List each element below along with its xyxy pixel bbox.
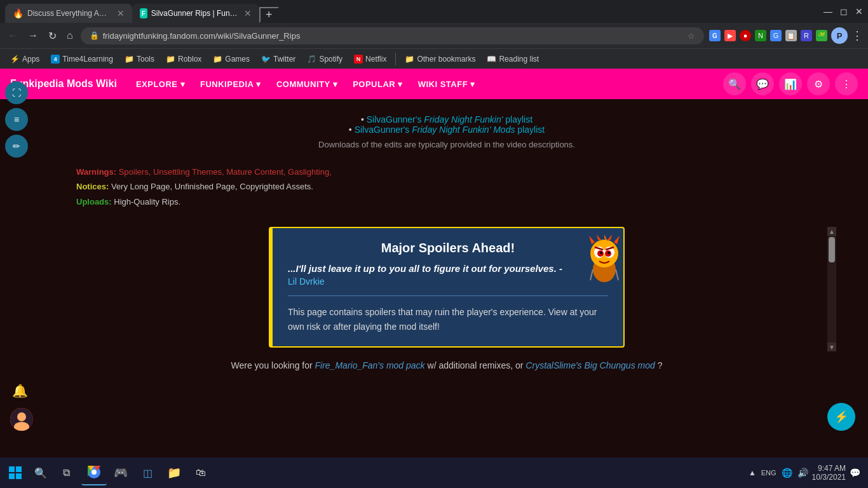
warnings-line: Warnings: Spoilers, Unsettling Themes, M…: [76, 165, 817, 179]
bookmark-reading[interactable]: 📖 Reading list: [482, 53, 544, 65]
browser-tab-2[interactable]: F SilvaGunner Rips | Funkipedia M... ✕: [132, 4, 259, 23]
taskbar-clock[interactable]: 9:47 AM 10/3/2021: [812, 464, 846, 482]
spoiler-author[interactable]: Lil Dvrkie: [288, 276, 608, 287]
bookmark-time4learning[interactable]: 4 Time4Learning: [46, 53, 118, 65]
bookmark-tools[interactable]: 📁 Tools: [119, 53, 159, 65]
bookmark-games[interactable]: 📁 Games: [208, 53, 255, 65]
svg-point-12: [607, 252, 610, 254]
bell-icon: 🔔: [12, 383, 28, 398]
network-icon[interactable]: 🌐: [782, 468, 792, 478]
notification-center-icon[interactable]: 💬: [850, 468, 860, 478]
roblox-favicon: 📁: [166, 55, 175, 64]
taskbar-roblox-app[interactable]: 🎮: [108, 460, 133, 485]
browser-tab-1[interactable]: 🔥 Discuss Everything About Comm... ✕: [5, 4, 132, 23]
bookmark-netflix[interactable]: N Netflix: [349, 53, 391, 65]
taskbar-files-app[interactable]: 📁: [161, 460, 187, 485]
nav-popular[interactable]: POPULAR ▾: [346, 74, 409, 94]
ext-icon-8[interactable]: 🧩: [816, 30, 827, 41]
wiki-search-button[interactable]: 🔍: [723, 72, 746, 95]
volume-icon[interactable]: 🔊: [797, 468, 808, 478]
bookmark-spotify[interactable]: 🎵 Spotify: [302, 53, 348, 65]
back-button[interactable]: ←: [5, 27, 20, 44]
wiki-settings-button[interactable]: ⚙: [807, 72, 830, 95]
scrollbar-track: ▲ ▼: [827, 227, 836, 351]
browser-menu-button[interactable]: ⋮: [851, 29, 863, 43]
tab2-close[interactable]: ✕: [244, 8, 252, 18]
scroll-up-button[interactable]: ▲: [827, 227, 836, 236]
svg-line-15: [590, 269, 593, 280]
profile-icon[interactable]: P: [831, 27, 848, 44]
ext-icon-4[interactable]: N: [755, 30, 766, 41]
uploads-label: Uploads:: [76, 197, 112, 207]
playlist-item-2: • SilvaGunner's Friday Night Funkin' Mod…: [76, 125, 817, 135]
notification-button[interactable]: 🔔: [10, 381, 29, 400]
playlist-section: • SilvaGunner's Friday Night Funkin' pla…: [76, 109, 817, 159]
taskbar-widgets-app[interactable]: ◫: [135, 460, 160, 485]
left-sidebar: ⛶ ≡ ✏: [0, 76, 33, 163]
disam-link-2[interactable]: CrystalSlime's Big Chungus mod: [526, 360, 654, 370]
bookmark-apps[interactable]: ⚡ Apps: [5, 53, 44, 65]
taskbar-search-button[interactable]: 🔍: [28, 460, 53, 485]
language-icon[interactable]: ENG: [761, 469, 776, 477]
wiki-staff-label: WIKI STAFF: [418, 79, 468, 89]
forward-button[interactable]: →: [25, 27, 41, 44]
bullet-1: •: [361, 114, 367, 125]
notices-text: Very Long Page, Unfinished Page, Copyrig…: [111, 182, 313, 191]
sidebar-edit-button[interactable]: ✏: [5, 135, 28, 158]
ext-icon-3[interactable]: ●: [740, 30, 751, 41]
chevron-up-icon[interactable]: ▲: [749, 468, 756, 477]
taskbar-chrome-app[interactable]: [81, 460, 107, 485]
ext-icon-6[interactable]: 📋: [785, 30, 797, 41]
tab1-close[interactable]: ✕: [117, 8, 125, 18]
home-button[interactable]: ⌂: [64, 27, 76, 44]
nav-wiki-staff[interactable]: WIKI STAFF ▾: [412, 74, 482, 94]
warnings-text: Spoilers, Unsettling Themes, Mature Cont…: [119, 167, 332, 177]
new-tab-button[interactable]: +: [259, 7, 279, 23]
avatar-image: [10, 408, 33, 431]
tab2-favicon: F: [140, 8, 147, 18]
wiki-analytics-button[interactable]: 📊: [779, 72, 802, 95]
bookmark-other[interactable]: 📁 Other bookmarks: [400, 53, 480, 65]
minimize-button[interactable]: —: [824, 6, 832, 17]
sidebar-toc-button[interactable]: ≡: [5, 108, 28, 131]
wiki-nav-right: 🔍 💬 📊 ⚙ ⋮: [723, 72, 858, 95]
taskbar-time-display: 9:47 AM: [812, 464, 846, 473]
playlist-link-1[interactable]: SilvaGunner's Friday Night Funkin' playl…: [367, 114, 532, 125]
nav-funkipedia[interactable]: FUNKIPEDIA ▾: [194, 74, 268, 94]
other-label: Other bookmarks: [417, 55, 475, 64]
scroll-thumb[interactable]: [829, 237, 835, 262]
fandom-widget-button[interactable]: ⚡: [827, 403, 855, 431]
start-button[interactable]: [3, 460, 28, 485]
system-tray-icons: ▲ ENG 🌐 🔊: [749, 468, 808, 478]
taskbar-task-view-button[interactable]: ⧉: [53, 460, 79, 485]
ext-icon-2[interactable]: ▶: [724, 30, 736, 41]
spoiler-container: Major Spoilers Ahead! ...I'll just leave…: [76, 227, 817, 348]
sidebar-expand-button[interactable]: ⛶: [5, 81, 28, 104]
close-button[interactable]: ✕: [855, 6, 863, 17]
wiki-chat-button[interactable]: 💬: [751, 72, 774, 95]
restore-button[interactable]: ◻: [840, 6, 848, 17]
netflix-favicon: N: [354, 55, 363, 64]
ext-icon-7[interactable]: R: [801, 30, 812, 41]
refresh-button[interactable]: ↻: [46, 27, 59, 44]
user-avatar[interactable]: [10, 408, 33, 431]
netflix-label: Netflix: [365, 55, 386, 64]
address-text: fridaynightfunking.fandom.com/wiki/Silva…: [103, 31, 301, 41]
address-input[interactable]: 🔒 fridaynightfunking.fandom.com/wiki/Sil…: [81, 27, 704, 44]
bookmark-twitter[interactable]: 🐦 Twitter: [256, 53, 301, 65]
disam-link-1[interactable]: Fire_Mario_Fan's mod pack: [315, 360, 425, 370]
ext-icon-1[interactable]: G: [709, 30, 721, 41]
bookmark-roblox[interactable]: 📁 Roblox: [161, 53, 207, 65]
playlist-link-2[interactable]: SilvaGunner's Friday Night Funkin' Mods …: [355, 125, 545, 135]
nav-explore[interactable]: EXPLORE ▾: [130, 74, 191, 94]
spoiler-mascot: [579, 234, 630, 285]
nav-community[interactable]: COMMUNITY ▾: [270, 74, 344, 94]
scroll-down-button[interactable]: ▼: [827, 342, 836, 351]
bookmark-star-icon[interactable]: ☆: [688, 31, 695, 41]
taskbar-store-app[interactable]: 🛍: [188, 460, 214, 485]
more-dots-icon: ⋮: [841, 78, 851, 90]
popular-label: POPULAR: [353, 79, 395, 89]
wiki-more-button[interactable]: ⋮: [835, 72, 858, 95]
reading-favicon: 📖: [487, 55, 496, 64]
ext-icon-5[interactable]: G: [770, 30, 782, 41]
